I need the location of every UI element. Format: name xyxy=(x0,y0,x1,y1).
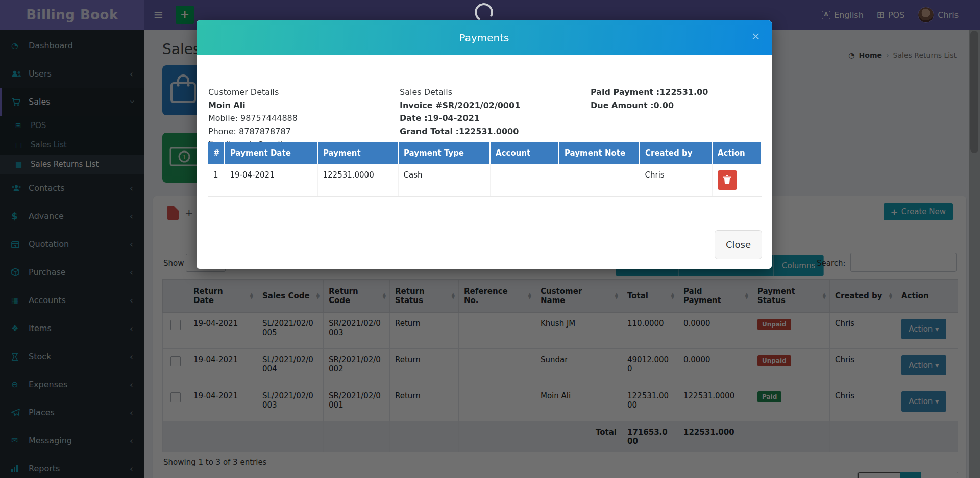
delete-payment-button[interactable] xyxy=(718,170,737,190)
sales-details-heading: Sales Details xyxy=(400,86,591,99)
modal-footer: Close xyxy=(197,223,772,269)
invoice-number: Invoice #SR/2021/02/0001 xyxy=(400,99,591,112)
payments-table: # Payment Date Payment Payment Type Acco… xyxy=(208,142,762,197)
invoice-date: Date :19-04-2021 xyxy=(400,112,591,125)
customer-details-heading: Customer Details xyxy=(208,86,400,99)
modal-header: Payments × xyxy=(197,20,772,55)
customer-mobile: Mobile: 98757444888 xyxy=(208,112,400,125)
grand-total: Grand Total :122531.0000 xyxy=(400,125,591,138)
close-icon[interactable]: × xyxy=(751,31,761,42)
payments-modal: Payments × Customer Details Moin Ali Mob… xyxy=(197,20,772,269)
close-button[interactable]: Close xyxy=(715,230,762,259)
modal-title: Payments xyxy=(197,20,772,55)
trash-icon xyxy=(723,175,731,185)
payment-row: 1 19-04-2021 122531.0000 Cash Chris xyxy=(208,164,762,196)
customer-details: Customer Details Moin Ali Mobile: 987574… xyxy=(208,86,400,151)
customer-phone: Phone: 8787878787 xyxy=(208,125,400,138)
payments-header-row: # Payment Date Payment Payment Type Acco… xyxy=(208,142,762,164)
payment-info: Customer Details Moin Ali Mobile: 987574… xyxy=(208,86,762,151)
customer-name: Moin Ali xyxy=(208,99,400,112)
payment-summary: Paid Payment :122531.00 Due Amount :0.00 xyxy=(591,86,762,151)
sales-details: Sales Details Invoice #SR/2021/02/0001 D… xyxy=(400,86,591,151)
paid-payment: Paid Payment :122531.00 xyxy=(591,86,762,99)
due-amount: Due Amount :0.00 xyxy=(591,99,762,112)
